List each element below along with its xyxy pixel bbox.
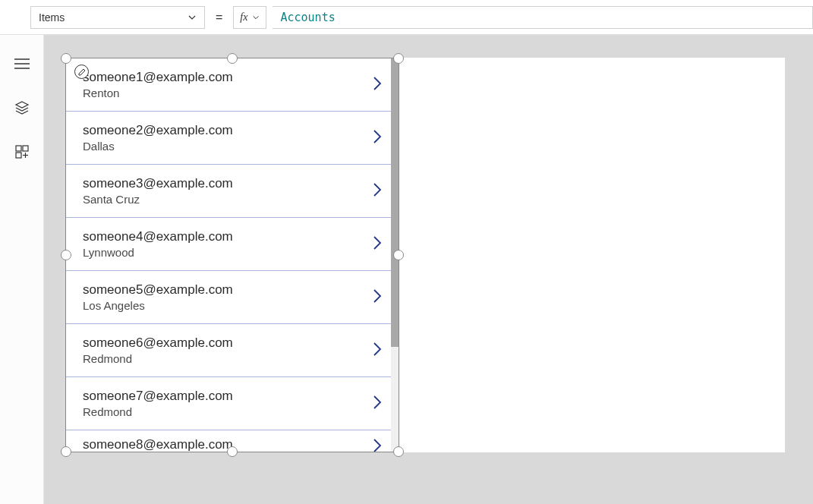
list-item[interactable]: someone3@example.comSanta Cruz xyxy=(66,165,399,218)
list-item-text: someone4@example.comLynnwood xyxy=(83,228,367,260)
list-item-title: someone1@example.com xyxy=(83,69,367,86)
hamburger-icon[interactable] xyxy=(13,55,31,73)
list-item-title: someone6@example.com xyxy=(83,335,367,351)
list-item[interactable]: someone4@example.comLynnwood xyxy=(66,218,399,271)
list-item-subtitle: Renton xyxy=(83,86,367,101)
list-item-text: someone6@example.comRedmond xyxy=(83,335,367,367)
chevron-down-icon xyxy=(252,14,260,21)
svg-rect-5 xyxy=(16,153,21,158)
chevron-right-icon[interactable] xyxy=(367,74,388,96)
chevron-right-icon[interactable] xyxy=(367,340,388,361)
resize-handle-bottom-left[interactable] xyxy=(61,446,71,457)
resize-handle-middle-left[interactable] xyxy=(61,250,71,260)
svg-rect-3 xyxy=(16,146,21,151)
fx-icon: fx xyxy=(240,11,247,24)
formula-input[interactable]: Accounts xyxy=(273,6,813,29)
chevron-right-icon[interactable] xyxy=(367,128,388,149)
resize-handle-bottom-right[interactable] xyxy=(393,446,404,457)
resize-handle-top-right[interactable] xyxy=(393,53,404,64)
list-item-title: someone5@example.com xyxy=(83,282,367,298)
canvas-wrapper: someone1@example.comRentonsomeone2@examp… xyxy=(44,35,813,504)
formula-bar: Items = fx Accounts xyxy=(0,0,813,35)
list-item-title: someone3@example.com xyxy=(83,175,367,192)
chevron-down-icon xyxy=(187,13,197,22)
list-item-subtitle: Redmond xyxy=(83,405,367,420)
list-item-subtitle: Los Angeles xyxy=(83,298,367,313)
list-item[interactable]: someone2@example.comDallas xyxy=(66,112,399,165)
chevron-right-icon[interactable] xyxy=(367,287,388,308)
list-item[interactable]: someone5@example.comLos Angeles xyxy=(66,271,399,324)
formula-text: Accounts xyxy=(280,11,335,24)
fx-button[interactable]: fx xyxy=(233,6,266,29)
list-item-title: someone4@example.com xyxy=(83,228,367,245)
left-rail xyxy=(0,35,44,504)
scrollbar-thumb[interactable] xyxy=(391,58,399,347)
list-item-subtitle: Dallas xyxy=(83,139,367,154)
main-area: someone1@example.comRentonsomeone2@examp… xyxy=(0,35,813,504)
property-dropdown[interactable]: Items xyxy=(30,6,205,29)
list-item-text: someone3@example.comSanta Cruz xyxy=(83,175,367,207)
resize-handle-middle-right[interactable] xyxy=(393,250,404,260)
list-item-text: someone2@example.comDallas xyxy=(83,122,367,154)
resize-handle-top-left[interactable] xyxy=(61,53,71,64)
list-item-subtitle: Redmond xyxy=(83,351,367,367)
list-item-subtitle: Lynnwood xyxy=(83,245,367,260)
list-item-text: someone5@example.comLos Angeles xyxy=(83,282,367,313)
gallery-scroll: someone1@example.comRentonsomeone2@examp… xyxy=(66,58,399,452)
svg-rect-4 xyxy=(23,146,28,151)
list-item-title: someone8@example.com xyxy=(83,436,367,452)
chevron-right-icon[interactable] xyxy=(367,234,388,255)
list-item-title: someone2@example.com xyxy=(83,122,367,139)
equals-sign: = xyxy=(211,11,227,24)
grid-icon[interactable] xyxy=(13,143,31,161)
list-item[interactable]: someone7@example.comRedmond xyxy=(66,377,399,430)
resize-handle-bottom-center[interactable] xyxy=(227,446,238,457)
chevron-right-icon[interactable] xyxy=(367,181,388,202)
chevron-right-icon[interactable] xyxy=(367,393,388,414)
chevron-right-icon[interactable] xyxy=(367,436,388,452)
property-name: Items xyxy=(39,11,65,24)
list-item-subtitle: Santa Cruz xyxy=(83,192,367,207)
list-item[interactable]: someone1@example.comRenton xyxy=(66,58,399,112)
canvas[interactable]: someone1@example.comRentonsomeone2@examp… xyxy=(65,58,785,452)
list-item[interactable]: someone6@example.comRedmond xyxy=(66,324,399,377)
resize-handle-top-center[interactable] xyxy=(227,53,238,64)
edit-template-icon[interactable] xyxy=(74,65,89,79)
list-item-text: someone1@example.comRenton xyxy=(83,69,367,101)
list-item-text: someone8@example.com xyxy=(83,436,367,452)
list-item-title: someone7@example.com xyxy=(83,388,367,405)
gallery-control[interactable]: someone1@example.comRentonsomeone2@examp… xyxy=(65,58,399,452)
layers-icon[interactable] xyxy=(13,99,31,117)
list-item-text: someone7@example.comRedmond xyxy=(83,388,367,420)
